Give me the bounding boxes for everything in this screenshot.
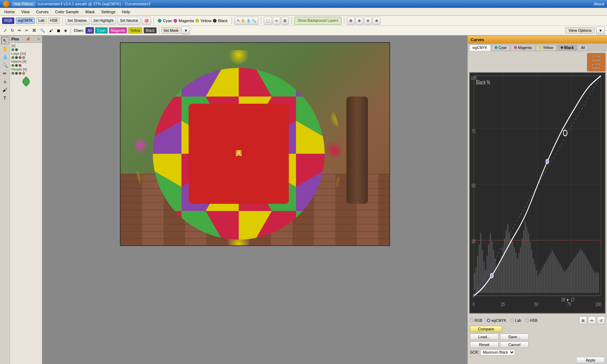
control-point-active[interactable] <box>563 130 567 136</box>
curves-graph-area: c / 0% m/20% y /22% k/64% <box>468 51 607 315</box>
svg-rect-31 <box>510 238 511 293</box>
tab-magenta[interactable]: Magenta <box>511 45 535 51</box>
tool-icons[interactable]: ↖ ✋ 💧 🔍 <box>234 17 258 25</box>
set-mask-btn[interactable]: Set Mask <box>161 27 181 34</box>
image-canvas[interactable]: 圓 <box>120 42 390 246</box>
canvas-area[interactable]: 圓 <box>42 36 467 364</box>
chan-yellow[interactable]: Yellow <box>128 27 143 34</box>
set-shadow-btn[interactable]: Set Shadow <box>65 17 89 25</box>
zoom-100-btn[interactable]: ⊗ <box>373 17 380 25</box>
tab-cyan[interactable]: Cyan <box>491 45 510 51</box>
set-mask-opts[interactable]: ▼ <box>181 26 190 34</box>
tab-all[interactable]: All <box>578 45 588 51</box>
show-bg-layers-btn[interactable]: Show Background Layers <box>294 17 341 25</box>
chan-all[interactable]: All <box>86 27 94 34</box>
pin-item-2[interactable] <box>11 56 41 59</box>
tab-yellow[interactable]: Yellow <box>536 45 557 51</box>
mode-hsb[interactable]: HSB <box>48 18 60 24</box>
view-options-arrow[interactable]: ▼ <box>596 26 605 34</box>
mode-wgcmyk-radio[interactable]: wgCMYK <box>487 319 506 323</box>
mode-rgb[interactable]: RGB <box>2 18 14 24</box>
tool-pencil2[interactable]: ✏ <box>1 69 9 77</box>
tool-brush2[interactable]: 🖌 <box>1 86 9 94</box>
tool-magnify[interactable]: 🔍 <box>39 27 47 34</box>
view-btn3[interactable]: ⊞ <box>281 17 289 25</box>
load-btn[interactable]: Load... <box>470 334 499 340</box>
tool-rotate[interactable]: ↻ <box>9 27 15 34</box>
curve-icons: ⊞ ✏ ↺ <box>579 316 605 324</box>
gcr-select[interactable]: Maximum Black None Light Medium Heavy Cu… <box>480 349 515 355</box>
pin-group-people: People [9] <box>11 67 41 72</box>
svg-rect-26 <box>502 247 504 293</box>
tool-lasso2[interactable]: ⌾ <box>1 78 9 85</box>
mode-hsb-radio[interactable]: HSB <box>525 319 538 323</box>
svg-rect-25 <box>501 256 502 293</box>
wgcmyk-radio-circle <box>487 319 490 322</box>
mode-rgb-radio[interactable]: RGB <box>470 319 482 323</box>
pin-item-1[interactable] <box>11 48 41 51</box>
svg-rect-33 <box>514 247 515 293</box>
chan-magenta[interactable]: Magenta <box>109 27 127 34</box>
control-point-2[interactable] <box>546 159 549 164</box>
zoom-out-btn[interactable]: ⊖ <box>364 17 372 25</box>
about-btn[interactable]: About <box>594 2 604 6</box>
svg-rect-59 <box>555 256 556 293</box>
y-100: 100 <box>471 75 477 81</box>
mode-lab-radio[interactable]: Lab <box>510 319 521 323</box>
pin-item-3[interactable] <box>11 64 41 67</box>
chan-cyan[interactable]: Cyan <box>95 27 107 34</box>
curve-icon1[interactable]: ⊞ <box>579 316 587 324</box>
neutral-picker-btn[interactable]: 🎯 <box>142 17 151 25</box>
view-options-btn[interactable]: View Options <box>565 27 595 34</box>
tool-eyedrop2[interactable]: 💧 <box>1 53 9 61</box>
zoom-fit-btn[interactable]: ⊞ <box>347 17 355 25</box>
mode-lab[interactable]: Lab <box>36 18 47 24</box>
tool-brush[interactable]: 🖌 <box>48 27 54 34</box>
menu-curves[interactable]: Curves <box>33 9 52 15</box>
menu-view[interactable]: View <box>18 9 33 15</box>
tool-eraser[interactable]: ◼ <box>55 27 62 34</box>
tool-arrow[interactable]: ↖ <box>1 36 9 44</box>
tool-stamp[interactable]: ◈ <box>63 27 68 34</box>
tool-crop[interactable]: ✂ <box>24 27 30 34</box>
tool-hand2[interactable]: ✋ <box>1 45 9 53</box>
zoom-in-btn[interactable]: ⊕ <box>355 17 363 25</box>
menu-help[interactable]: Help <box>119 9 133 15</box>
cancel-btn[interactable]: Cancel <box>500 341 529 348</box>
tool-pencil[interactable]: ✏ <box>16 27 23 34</box>
menu-home[interactable]: Home <box>1 9 18 15</box>
tool-text[interactable]: T <box>1 94 9 102</box>
pin-item-4[interactable] <box>11 72 41 75</box>
curve-graph-container[interactable]: Black % 100 75 50 25 0 0 25 50 75 100 18… <box>469 72 606 314</box>
svg-rect-32 <box>512 241 513 293</box>
ribbon-row1: RGB wgCMYK Lab HSB Set Shadow Set Highli… <box>0 16 607 26</box>
tab-black[interactable]: Black <box>557 45 577 51</box>
pins-close-btn[interactable]: × <box>37 37 40 41</box>
curve-icon2[interactable]: ✏ <box>588 316 596 324</box>
menu-settings[interactable]: Settings <box>98 9 118 15</box>
svg-rect-72 <box>576 256 577 293</box>
apply-btn[interactable]: Apply <box>576 357 605 363</box>
set-highlight-btn[interactable]: Set Highlight <box>91 17 116 25</box>
black-pct-label: Black % <box>476 79 490 85</box>
tool-lasso[interactable]: ⌘ <box>31 27 38 34</box>
tool-zoom2[interactable]: 🔍 <box>1 61 9 69</box>
svg-rect-41 <box>526 227 527 293</box>
chan-black[interactable]: Black <box>144 27 156 34</box>
set-neutral-btn[interactable]: Set Neutral <box>117 17 140 25</box>
view-btn1[interactable]: ⬚ <box>264 17 272 25</box>
reset-btn[interactable]: Reset <box>470 341 499 348</box>
compare-btn[interactable]: Compare <box>470 326 502 332</box>
save-btn[interactable]: Save... <box>500 334 529 340</box>
view-btn2[interactable]: ∞ <box>273 17 280 25</box>
svg-rect-8 <box>474 273 475 290</box>
curve-icon3[interactable]: ↺ <box>597 316 605 324</box>
mode-wgcmyk[interactable]: wgCMYK <box>16 18 35 24</box>
menu-color-sample[interactable]: Color Sample <box>52 9 82 15</box>
hide-ribbon-btn[interactable]: Hide Ribbon <box>11 2 35 6</box>
tab-magenta-dot <box>514 46 517 49</box>
tab-wgcmyk[interactable]: wgCMYK <box>469 45 491 51</box>
svg-rect-85 <box>596 272 597 293</box>
menu-mask[interactable]: Mask <box>82 9 97 15</box>
tool-move[interactable]: ⤢ <box>2 27 8 34</box>
